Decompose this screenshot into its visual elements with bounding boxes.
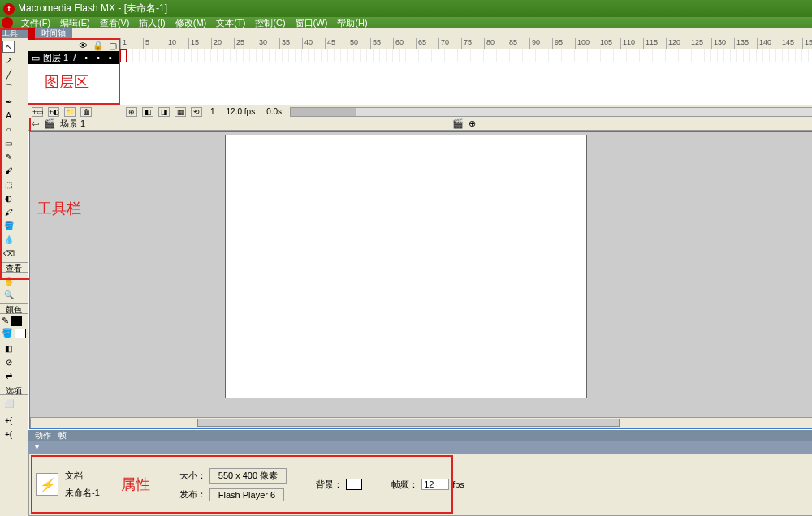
ruler-tick: 135 (734, 38, 757, 49)
ruler-tick: 20 (211, 38, 234, 49)
fill-transform-tool[interactable]: ◐ (2, 192, 15, 204)
time-display: 0.0s (263, 107, 285, 116)
brush-tool[interactable]: 🖌 (2, 165, 15, 177)
timeline-tab[interactable]: 时间轴 (35, 28, 72, 38)
stage[interactable] (29, 131, 812, 429)
menu-window[interactable]: 窗口(W) (291, 17, 333, 29)
add-folder-button[interactable]: 📁 (64, 107, 76, 117)
transform-tool[interactable]: ⬚ (2, 178, 15, 191)
menu-help[interactable]: 帮助(H) (332, 17, 372, 29)
ruler-tick: 130 (711, 38, 734, 49)
publish-label: 发布： (179, 488, 206, 501)
properties-panel-header[interactable]: ▾ (28, 441, 812, 453)
outline-icon[interactable]: ▢ (109, 41, 117, 51)
tools-color-label: 颜色 (0, 303, 28, 314)
ruler-tick: 125 (689, 38, 711, 49)
subselect-tool[interactable]: ↗ (2, 54, 15, 67)
ink-tool[interactable]: 🖍 (2, 206, 15, 218)
pencil-tool[interactable]: ✎ (2, 151, 15, 163)
ruler-tick: 1 (120, 38, 143, 49)
onion-outline-button[interactable]: ◨ (158, 107, 170, 117)
scene-back-icon[interactable]: ⇦ (32, 118, 39, 129)
bg-color-swatch[interactable] (346, 479, 362, 490)
menu-modify[interactable]: 修改(M) (171, 17, 212, 29)
framerate-input[interactable] (421, 479, 449, 490)
layer-name: 图层 1 (43, 52, 68, 64)
ruler-tick: 95 (552, 38, 575, 49)
actions-panel-title[interactable]: 动作 - 帧 (28, 430, 812, 441)
framerate-unit: fps (452, 479, 464, 489)
lock-icon[interactable]: 🔒 (93, 41, 104, 51)
lasso-tool[interactable]: ⌒ (2, 82, 15, 94)
pen-tool[interactable]: ✒ (2, 96, 15, 108)
smooth-icon[interactable]: +{ (2, 415, 15, 427)
zoom-tool[interactable]: 🔍 (2, 289, 15, 301)
canvas[interactable] (225, 135, 587, 398)
center-frame-button[interactable]: ⊕ (126, 107, 137, 117)
frame-track[interactable] (120, 49, 812, 62)
size-button[interactable]: 550 x 400 像素 (209, 468, 287, 484)
tools-annotation: 工具栏 (37, 199, 81, 218)
arrow-tool[interactable]: ↖ (2, 41, 15, 53)
scene-name[interactable]: 场景 1 (60, 118, 85, 130)
swap-icon[interactable]: ⇄ (2, 370, 15, 382)
tools-view-label: 查看 (0, 262, 28, 273)
ruler-tick: 5 (143, 38, 166, 49)
text-tool[interactable]: A (2, 110, 15, 122)
stroke-color-swatch[interactable] (11, 316, 22, 326)
straighten-icon[interactable]: +( (2, 428, 15, 441)
bw-icon[interactable]: ◧ (2, 342, 15, 355)
current-frame: 1 (207, 107, 218, 116)
snap-icon[interactable]: ⬜ (2, 398, 15, 410)
eyedropper-tool[interactable]: 💧 (2, 234, 15, 246)
edit-symbol-icon[interactable]: ⊕ (469, 118, 476, 129)
onion-skin-button[interactable]: ◧ (142, 107, 153, 117)
document-icon: ⚡ (36, 473, 58, 496)
ruler-tick: 115 (643, 38, 666, 49)
noicon-icon[interactable]: ⊘ (2, 356, 15, 368)
ruler-tick: 50 (348, 38, 370, 49)
stage-hscroll[interactable] (30, 417, 812, 428)
layer-toggles[interactable]: / • • ▪ (73, 53, 115, 62)
edit-multi-button[interactable]: ▦ (175, 107, 186, 117)
menu-insert[interactable]: 插入(I) (134, 17, 170, 29)
ruler-tick: 30 (257, 38, 279, 49)
layer-panel: 👁 🔒 ▢ ▭ 图层 1 / • • ▪ 图层区 (28, 38, 120, 105)
eye-icon[interactable]: 👁 (79, 41, 88, 50)
fill-color-swatch[interactable] (15, 329, 26, 338)
frame-area[interactable]: 1510152025303540455055606570758085909510… (120, 38, 812, 105)
menu-view[interactable]: 查看(V) (95, 17, 135, 29)
hand-tool[interactable]: ✋ (2, 275, 15, 287)
timeline-hscroll[interactable] (290, 107, 812, 117)
scene-icon: 🎬 (44, 118, 55, 129)
keyframe[interactable] (120, 49, 127, 62)
ruler-tick: 45 (325, 38, 348, 49)
modify-onion-button[interactable]: ⟲ (191, 107, 202, 117)
edit-scene-icon[interactable]: 🎬 (452, 118, 464, 129)
oval-tool[interactable]: ○ (2, 123, 15, 135)
ruler-tick: 35 (279, 38, 302, 49)
app-icon[interactable] (2, 17, 13, 28)
layer-annotation: 图层区 (45, 72, 89, 92)
menubar: 文件(F) 编辑(E) 查看(V) 插入(I) 修改(M) 文本(T) 控制(C… (0, 17, 812, 28)
ruler-tick: 70 (438, 38, 461, 49)
delete-layer-button[interactable]: 🗑 (80, 107, 92, 117)
frame-ruler: 1510152025303540455055606570758085909510… (120, 38, 812, 49)
add-guide-button[interactable]: +◐ (48, 107, 59, 117)
rect-tool[interactable]: ▭ (2, 137, 15, 149)
bucket-tool[interactable]: 🪣 (2, 220, 15, 232)
size-label: 大小： (179, 470, 206, 482)
menu-text[interactable]: 文本(T) (211, 17, 250, 29)
menu-file[interactable]: 文件(F) (16, 17, 55, 29)
playhead[interactable] (28, 28, 35, 40)
menu-control[interactable]: 控制(C) (250, 17, 290, 29)
menu-edit[interactable]: 编辑(E) (55, 17, 95, 29)
layer-row[interactable]: ▭ 图层 1 / • • ▪ (28, 51, 119, 64)
framerate-label: 帧频： (391, 479, 418, 491)
eraser-tool[interactable]: ⌫ (2, 247, 15, 260)
publish-button[interactable]: Flash Player 6 (209, 488, 284, 501)
line-tool[interactable]: ╱ (2, 68, 15, 80)
ruler-tick: 60 (393, 38, 416, 49)
add-layer-button[interactable]: +▭ (32, 107, 43, 117)
properties-annotation: 属性 (121, 475, 150, 494)
